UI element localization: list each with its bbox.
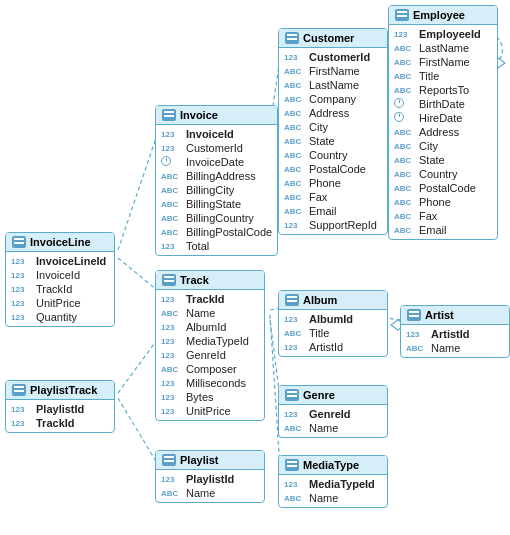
- field-row: 123InvoiceId: [156, 127, 277, 141]
- field-name: AlbumId: [309, 313, 353, 325]
- field-type: 123: [161, 407, 183, 416]
- field-type: 123: [161, 130, 183, 139]
- field-type: [394, 112, 416, 124]
- field-type: 123: [11, 313, 33, 322]
- table-title: MediaType: [303, 459, 359, 471]
- field-row: 123AlbumId: [156, 320, 264, 334]
- field-row: ABCName: [401, 341, 509, 355]
- field-type: ABC: [284, 207, 306, 216]
- field-type: 123: [284, 410, 306, 419]
- field-type: 123: [161, 379, 183, 388]
- field-row: ABCBillingAddress: [156, 169, 277, 183]
- field-name: Phone: [309, 177, 341, 189]
- field-type: ABC: [284, 137, 306, 146]
- field-row: ABCName: [156, 306, 264, 320]
- svg-line-4: [118, 398, 157, 463]
- field-row: ABCBillingCity: [156, 183, 277, 197]
- field-type: 123: [406, 330, 428, 339]
- field-row: ABCAddress: [389, 125, 497, 139]
- field-name: AlbumId: [186, 321, 226, 333]
- table-playlisttrack: PlaylistTrack123PlaylistId123TrackId: [5, 380, 115, 433]
- clock-icon: [161, 156, 171, 166]
- field-type: ABC: [284, 424, 306, 433]
- field-row: 123TrackId: [6, 416, 114, 430]
- field-type: ABC: [161, 200, 183, 209]
- table-title: Genre: [303, 389, 335, 401]
- field-name: FirstName: [419, 56, 470, 68]
- field-name: ReportsTo: [419, 84, 469, 96]
- table-body: 123InvoiceId123CustomerIdInvoiceDateABCB…: [156, 125, 277, 255]
- field-name: Name: [309, 422, 338, 434]
- field-type: ABC: [284, 67, 306, 76]
- field-row: ABCFirstName: [389, 55, 497, 69]
- field-type: [394, 98, 416, 110]
- table-title: InvoiceLine: [30, 236, 91, 248]
- field-row: 123MediaTypeId: [156, 334, 264, 348]
- table-genre: Genre123GenreIdABCName: [278, 385, 388, 438]
- field-type: 123: [11, 257, 33, 266]
- field-row: BirthDate: [389, 97, 497, 111]
- field-name: CustomerId: [309, 51, 370, 63]
- field-type: ABC: [394, 156, 416, 165]
- field-name: TrackId: [36, 283, 72, 295]
- field-type: 123: [284, 53, 306, 62]
- table-body: 123PlaylistId123TrackId: [6, 400, 114, 432]
- field-name: LastName: [309, 79, 359, 91]
- field-row: ABCPostalCode: [279, 162, 387, 176]
- table-body: 123CustomerIdABCFirstNameABCLastNameABCC…: [279, 48, 387, 234]
- field-name: Country: [309, 149, 348, 161]
- svg-line-1: [118, 135, 157, 250]
- field-type: ABC: [394, 72, 416, 81]
- field-row: 123EmployeeId: [389, 27, 497, 41]
- field-row: InvoiceDate: [156, 155, 277, 169]
- field-name: PostalCode: [309, 163, 366, 175]
- field-name: Name: [431, 342, 460, 354]
- field-type: 123: [161, 393, 183, 402]
- field-row: 123GenreId: [279, 407, 387, 421]
- field-name: Quantity: [36, 311, 77, 323]
- field-row: ABCName: [156, 486, 264, 500]
- table-invoice: Invoice123InvoiceId123CustomerIdInvoiceD…: [155, 105, 278, 256]
- field-row: ABCName: [279, 421, 387, 435]
- field-type: ABC: [394, 170, 416, 179]
- field-type: 123: [161, 295, 183, 304]
- field-row: ABCState: [279, 134, 387, 148]
- field-type: 123: [284, 221, 306, 230]
- table-title: Invoice: [180, 109, 218, 121]
- field-row: ABCLastName: [279, 78, 387, 92]
- field-row: 123CustomerId: [279, 50, 387, 64]
- field-type: ABC: [394, 128, 416, 137]
- field-type: ABC: [394, 198, 416, 207]
- field-type: ABC: [394, 58, 416, 67]
- field-row: ABCBillingState: [156, 197, 277, 211]
- field-name: Title: [309, 327, 329, 339]
- field-name: EmployeeId: [419, 28, 481, 40]
- field-type: ABC: [284, 151, 306, 160]
- field-name: Total: [186, 240, 209, 252]
- field-row: 123ArtistId: [401, 327, 509, 341]
- field-type: ABC: [161, 365, 183, 374]
- table-header-playlisttrack: PlaylistTrack: [6, 381, 114, 400]
- field-row: ABCReportsTo: [389, 83, 497, 97]
- field-name: Bytes: [186, 391, 214, 403]
- field-name: Phone: [419, 196, 451, 208]
- field-name: InvoiceLineId: [36, 255, 106, 267]
- field-row: ABCCountry: [279, 148, 387, 162]
- table-icon: [285, 459, 299, 471]
- table-body: 123EmployeeIdABCLastNameABCFirstNameABCT…: [389, 25, 497, 239]
- field-row: ABCCity: [389, 139, 497, 153]
- field-type: 123: [284, 480, 306, 489]
- field-type: ABC: [394, 184, 416, 193]
- table-icon: [12, 384, 26, 396]
- table-employee: Employee123EmployeeIdABCLastNameABCFirst…: [388, 5, 498, 240]
- field-row: 123UnitPrice: [6, 296, 114, 310]
- field-type: 123: [161, 475, 183, 484]
- table-header-track: Track: [156, 271, 264, 290]
- field-type: ABC: [284, 494, 306, 503]
- field-row: ABCCountry: [389, 167, 497, 181]
- field-type: ABC: [284, 179, 306, 188]
- field-type: ABC: [284, 193, 306, 202]
- field-row: 123InvoiceLineId: [6, 254, 114, 268]
- field-row: ABCPhone: [279, 176, 387, 190]
- table-header-invoiceline: InvoiceLine: [6, 233, 114, 252]
